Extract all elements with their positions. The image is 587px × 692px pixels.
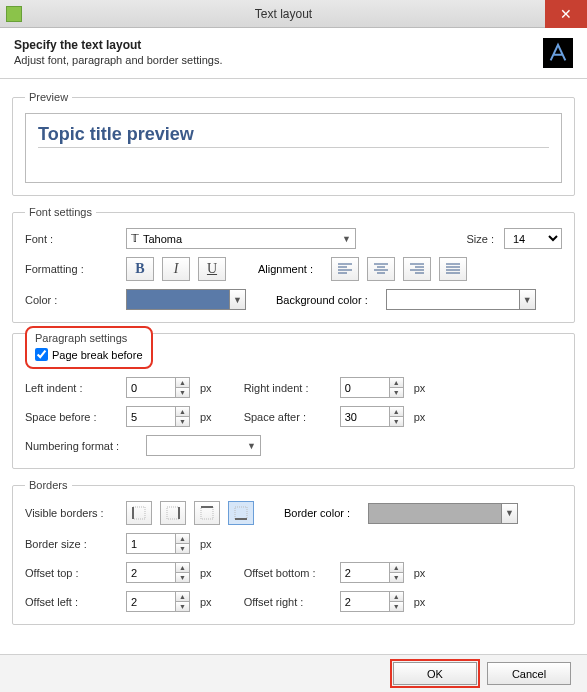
dialog-header: Specify the text layout Adjust font, par… [0, 28, 587, 79]
left-indent-label: Left indent : [25, 382, 120, 394]
preview-legend: Preview [25, 91, 72, 103]
offset-top-spinner[interactable]: ▲▼ [126, 562, 190, 583]
size-label: Size : [466, 233, 494, 245]
border-right-button[interactable] [160, 501, 186, 525]
offset-right-label: Offset right : [244, 596, 334, 608]
header-letter-icon [543, 38, 573, 68]
ok-button[interactable]: OK [393, 662, 477, 685]
paragraph-settings-group: Paragraph settings Page break before Lef… [12, 333, 575, 469]
page-break-checkbox[interactable] [35, 348, 48, 361]
preview-box: Topic title preview [25, 113, 562, 183]
align-right-button[interactable] [403, 257, 431, 281]
right-indent-label: Right indent : [244, 382, 334, 394]
svg-rect-18 [167, 507, 179, 519]
border-bottom-button[interactable] [228, 501, 254, 525]
svg-rect-20 [201, 507, 213, 519]
numbering-format-select[interactable]: ▼ [146, 435, 261, 456]
offset-left-label: Offset left : [25, 596, 120, 608]
border-size-label: Border size : [25, 538, 120, 550]
borders-group: Borders Visible borders : Border color :… [12, 479, 575, 625]
dialog-footer: OK Cancel [0, 654, 587, 692]
app-icon [6, 6, 22, 22]
preview-group: Preview Topic title preview [12, 91, 575, 196]
chevron-down-icon: ▼ [501, 504, 517, 523]
font-type-icon: 𝕋 [131, 232, 139, 245]
space-after-spinner[interactable]: ▲▼ [340, 406, 404, 427]
color-label: Color : [25, 294, 120, 306]
font-label: Font : [25, 233, 120, 245]
left-indent-spinner[interactable]: ▲▼ [126, 377, 190, 398]
chevron-down-icon: ▼ [342, 234, 351, 244]
visible-borders-label: Visible borders : [25, 507, 120, 519]
svg-rect-16 [133, 507, 145, 519]
window-title: Text layout [22, 7, 545, 21]
italic-button[interactable]: I [162, 257, 190, 281]
underline-button[interactable]: U [198, 257, 226, 281]
bg-color-picker[interactable]: ▼ [386, 289, 536, 310]
border-color-label: Border color : [284, 507, 350, 519]
page-break-label: Page break before [52, 349, 143, 361]
font-color-picker[interactable]: ▼ [126, 289, 246, 310]
preview-text: Topic title preview [38, 124, 549, 148]
space-after-label: Space after : [244, 411, 334, 423]
borders-legend: Borders [25, 479, 72, 491]
chevron-down-icon: ▼ [519, 290, 535, 309]
offset-bottom-spinner[interactable]: ▲▼ [340, 562, 404, 583]
align-left-button[interactable] [331, 257, 359, 281]
titlebar: Text layout ✕ [0, 0, 587, 28]
border-left-button[interactable] [126, 501, 152, 525]
formatting-label: Formatting : [25, 263, 120, 275]
font-size-select[interactable]: 14 [504, 228, 562, 249]
header-title: Specify the text layout [14, 38, 543, 52]
space-before-spinner[interactable]: ▲▼ [126, 406, 190, 427]
close-icon: ✕ [560, 6, 572, 22]
font-legend: Font settings [25, 206, 96, 218]
space-before-label: Space before : [25, 411, 120, 423]
paragraph-legend: Paragraph settings [35, 332, 143, 344]
svg-rect-22 [235, 507, 247, 519]
font-select[interactable]: 𝕋 Tahoma ▼ [126, 228, 356, 249]
bgcolor-label: Background color : [276, 294, 368, 306]
chevron-down-icon: ▼ [247, 441, 256, 451]
align-justify-button[interactable] [439, 257, 467, 281]
alignment-label: Alignment : [258, 263, 313, 275]
cancel-button[interactable]: Cancel [487, 662, 571, 685]
font-value: Tahoma [143, 233, 182, 245]
offset-right-spinner[interactable]: ▲▼ [340, 591, 404, 612]
offset-bottom-label: Offset bottom : [244, 567, 334, 579]
chevron-down-icon: ▼ [229, 290, 245, 309]
bold-button[interactable]: B [126, 257, 154, 281]
border-color-picker[interactable]: ▼ [368, 503, 518, 524]
header-description: Adjust font, paragraph and border settin… [14, 54, 543, 66]
numbering-label: Numbering format : [25, 440, 140, 452]
font-settings-group: Font settings Font : 𝕋 Tahoma ▼ Size : 1… [12, 206, 575, 323]
border-top-button[interactable] [194, 501, 220, 525]
border-size-spinner[interactable]: ▲▼ [126, 533, 190, 554]
align-center-button[interactable] [367, 257, 395, 281]
offset-left-spinner[interactable]: ▲▼ [126, 591, 190, 612]
page-break-highlight: Paragraph settings Page break before [25, 326, 153, 369]
close-button[interactable]: ✕ [545, 0, 587, 28]
right-indent-spinner[interactable]: ▲▼ [340, 377, 404, 398]
offset-top-label: Offset top : [25, 567, 120, 579]
